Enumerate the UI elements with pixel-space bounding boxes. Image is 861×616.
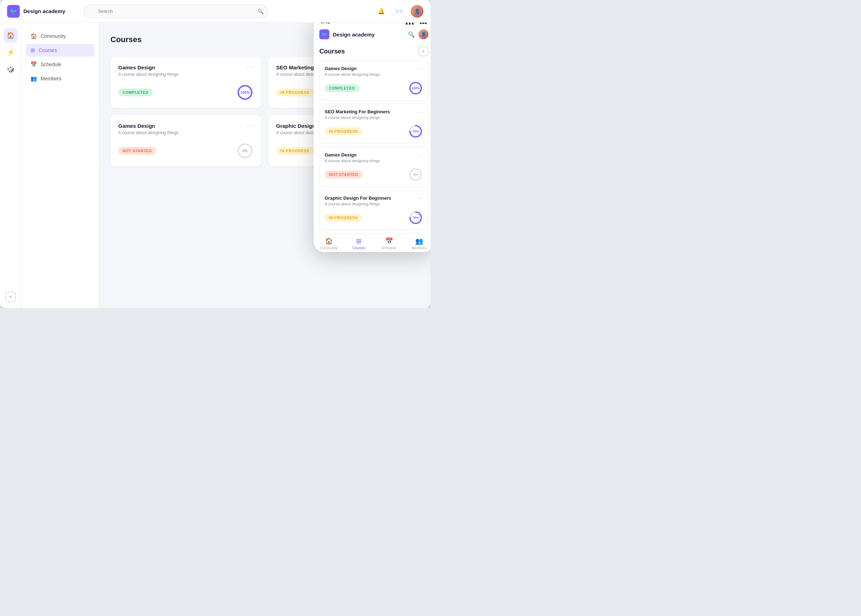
icon-bar-add-button[interactable]: + bbox=[5, 292, 16, 302]
mobile-status-badge-2: IN PROGRESS bbox=[325, 127, 362, 135]
progress-circle-3: 0% bbox=[237, 142, 253, 159]
mobile-nav-community[interactable]: 🏠 Community bbox=[314, 237, 344, 250]
course-card-1: Games Design A course about designing th… bbox=[110, 57, 261, 108]
page-title: Courses bbox=[110, 35, 141, 44]
card-footer-3: NOT STARTED 0% bbox=[118, 142, 253, 159]
mobile-logo-icon: 🐦 bbox=[319, 29, 329, 39]
sidebar-item-community[interactable]: 🏠 Community bbox=[25, 30, 94, 42]
mobile-course-card-1: Games Design A course about designing th… bbox=[319, 61, 428, 100]
search-bar: 🔍 bbox=[83, 5, 268, 18]
card-text-1: Games Design A course about designing th… bbox=[118, 64, 178, 77]
sidebar-item-courses[interactable]: ⊞ Courses bbox=[25, 44, 94, 57]
mobile-card-footer-3: NOT STARTED 0% bbox=[325, 167, 423, 182]
mobile-progress-label-3: 0% bbox=[413, 173, 418, 176]
mobile-card-header-1: Games Design A course about designing th… bbox=[325, 66, 423, 77]
icon-bar-dice[interactable]: 🎲 bbox=[3, 62, 18, 77]
mobile-progress-label-1: 100% bbox=[412, 86, 420, 90]
signal-icon: ▐▐▐ bbox=[404, 23, 413, 24]
mobile-nav-courses-icon: ⊞ bbox=[356, 237, 361, 245]
mobile-card-subtitle-1: A course about designing things bbox=[325, 72, 380, 77]
mobile-avatar[interactable]: 👤 bbox=[418, 29, 428, 39]
icon-bar-lightning[interactable]: ⚡ bbox=[3, 45, 18, 60]
user-avatar[interactable]: 👤 bbox=[411, 5, 423, 18]
app-logo-icon: 🐦 bbox=[7, 5, 20, 18]
mobile-app-title: Design academy bbox=[333, 31, 404, 38]
icon-bar: 🏠 ⚡ 🎲 + bbox=[0, 23, 21, 308]
sidebar-item-members-label: Members bbox=[41, 76, 61, 82]
mobile-nav-members-icon: 👥 bbox=[415, 237, 423, 245]
mobile-status-badge-4: IN PROGRESS bbox=[325, 214, 362, 222]
card-text-3: Games Design A course about designing th… bbox=[118, 123, 178, 135]
mobile-progress-circle-3: 0% bbox=[408, 167, 423, 182]
mobile-course-card-2: SEO Marketing For Beginners A course abo… bbox=[319, 104, 428, 143]
mobile-card-text-3: Games Design A course about designing th… bbox=[325, 152, 380, 163]
main-layout: 🏠 ⚡ 🎲 + 🏠 Community ⊞ Courses 📅 Schedule… bbox=[0, 23, 430, 308]
card-subtitle-1: A course about designing things bbox=[118, 72, 178, 77]
mobile-progress-label-4: 75% bbox=[412, 216, 419, 220]
mobile-section-title: Courses bbox=[319, 48, 345, 55]
mobile-course-card-4: Graphic Design For Beginners A course ab… bbox=[319, 190, 428, 230]
card-menu-3[interactable]: ··· bbox=[247, 123, 253, 129]
notifications-button[interactable]: 🔔 bbox=[375, 5, 387, 17]
status-badge-4: IN PROGRESS bbox=[276, 147, 314, 155]
mobile-card-subtitle-4: A course about designing things bbox=[325, 202, 391, 206]
progress-circle-1: 100% bbox=[237, 84, 253, 101]
mobile-card-title-3: Games Design bbox=[325, 152, 380, 157]
course-card-3: Games Design A course about designing th… bbox=[110, 115, 261, 167]
mobile-card-text-1: Games Design A course about designing th… bbox=[325, 66, 380, 77]
mobile-card-title-1: Games Design bbox=[325, 66, 380, 71]
mobile-card-menu-2[interactable]: ··· bbox=[417, 109, 423, 115]
mobile-card-footer-4: IN PROGRESS 75% bbox=[325, 210, 423, 225]
mobile-nav-members-label: Members bbox=[412, 246, 427, 250]
mobile-course-card-3: Games Design A course about designing th… bbox=[319, 147, 428, 187]
icon-bar-home[interactable]: 🏠 bbox=[3, 28, 18, 42]
search-input[interactable] bbox=[83, 5, 268, 18]
mobile-top-bar: 🐦 Design academy 🔍 👤 bbox=[314, 27, 430, 43]
mobile-nav-courses[interactable]: ⊞ Courses bbox=[344, 237, 374, 250]
mobile-progress-circle-1: 100% bbox=[408, 81, 423, 96]
mobile-card-title-4: Graphic Design For Beginners bbox=[325, 195, 391, 201]
card-footer-1: COMPLETED 100% bbox=[118, 84, 253, 101]
card-title-1: Games Design bbox=[118, 64, 178, 71]
mobile-card-menu-4[interactable]: ··· bbox=[417, 195, 423, 201]
mobile-status-badge-3: NOT STARTED bbox=[325, 171, 363, 178]
mobile-time: 9:41 bbox=[321, 23, 330, 24]
mobile-card-menu-3[interactable]: ··· bbox=[417, 152, 423, 158]
card-subtitle-3: A course about designing things bbox=[118, 130, 178, 135]
mobile-card-footer-1: COMPLETED 100% bbox=[325, 81, 423, 96]
sidebar-item-members[interactable]: 👥 Members bbox=[25, 72, 94, 85]
courses-icon: ⊞ bbox=[30, 47, 35, 53]
mobile-nav-members[interactable]: 👥 Members bbox=[404, 237, 430, 250]
mobile-nav-schedule-icon: 📅 bbox=[385, 237, 393, 245]
card-header-3: Games Design A course about designing th… bbox=[118, 123, 253, 135]
mobile-progress-circle-2: 75% bbox=[408, 124, 423, 139]
sidebar-item-schedule[interactable]: 📅 Schedule bbox=[25, 58, 94, 71]
mobile-nav-community-icon: 🏠 bbox=[325, 237, 333, 245]
wifi-icon: ⌐ bbox=[415, 23, 418, 24]
mobile-status-badge-1: COMPLETED bbox=[325, 84, 359, 92]
sidebar: 🏠 Community ⊞ Courses 📅 Schedule 👥 Membe… bbox=[21, 23, 99, 308]
card-header-1: Games Design A course about designing th… bbox=[118, 64, 253, 77]
status-badge-2: IN PROGRESS bbox=[276, 88, 314, 96]
card-title-3: Games Design bbox=[118, 123, 178, 129]
mobile-status-icons: ▐▐▐ ⌐ ▮▮▮ bbox=[404, 23, 427, 24]
schedule-icon: 📅 bbox=[30, 61, 37, 68]
mobile-progress-circle-4: 75% bbox=[408, 210, 423, 225]
mobile-card-footer-2: IN PROGRESS 75% bbox=[325, 124, 423, 139]
top-bar: 🐦 Design academy 🔍 🔔 ✉️ 👤 bbox=[0, 0, 430, 23]
mobile-nav-schedule[interactable]: 📅 Schedule bbox=[374, 237, 404, 250]
status-badge-3: NOT STARTED bbox=[118, 147, 156, 155]
app-window: 🐦 Design academy 🔍 🔔 ✉️ 👤 🏠 ⚡ 🎲 + 🏠 Comm… bbox=[0, 0, 430, 308]
mobile-section-header: Courses + bbox=[319, 46, 428, 56]
sidebar-item-community-label: Community bbox=[41, 33, 66, 39]
mobile-card-text-2: SEO Marketing For Beginners A course abo… bbox=[325, 109, 390, 119]
card-menu-1[interactable]: ··· bbox=[247, 64, 253, 71]
community-icon: 🏠 bbox=[30, 33, 37, 39]
messages-button[interactable]: ✉️ bbox=[393, 5, 405, 17]
mobile-nav-schedule-label: Schedule bbox=[382, 246, 396, 250]
mobile-card-menu-1[interactable]: ··· bbox=[417, 66, 423, 72]
sidebar-item-courses-label: Courses bbox=[39, 47, 57, 53]
mobile-search-icon[interactable]: 🔍 bbox=[408, 31, 415, 38]
mobile-add-button[interactable]: + bbox=[418, 46, 428, 56]
search-icon: 🔍 bbox=[258, 8, 263, 14]
